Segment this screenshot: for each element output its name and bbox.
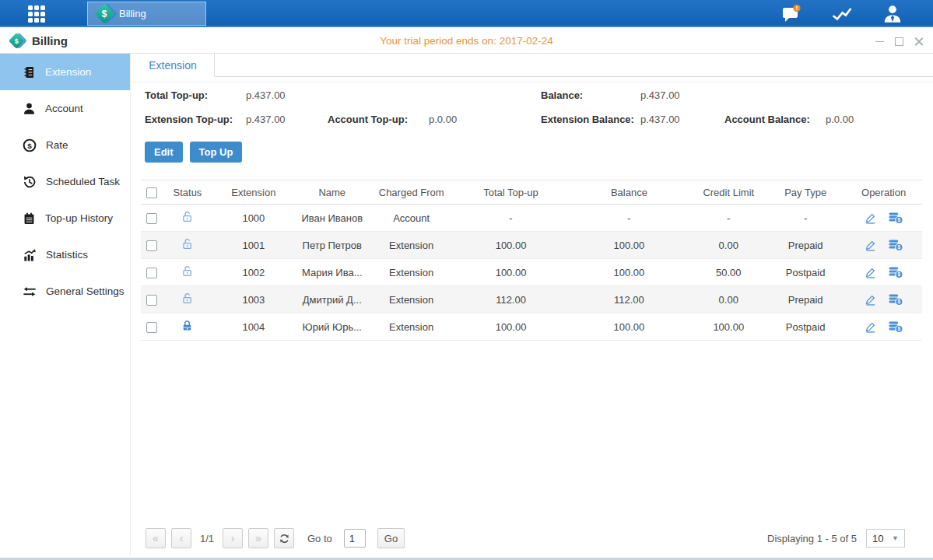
- total-topup-cell: -: [455, 212, 567, 224]
- svg-text:!: !: [796, 5, 798, 12]
- top-up-row-icon[interactable]: $: [888, 320, 903, 334]
- extension-cell: 1003: [211, 294, 296, 306]
- name-cell: Петр Петров: [296, 240, 368, 251]
- last-page-button[interactable]: »: [248, 528, 268, 548]
- billing-window-icon: $: [9, 33, 25, 49]
- page-size-select[interactable]: 10 ▼: [866, 529, 905, 548]
- page-indicator: 1/1: [197, 533, 217, 544]
- row-checkbox[interactable]: [146, 213, 157, 224]
- edit-row-icon[interactable]: [864, 293, 877, 306]
- sidebar-item-general-settings[interactable]: General Settings: [0, 273, 130, 310]
- top-up-row-icon[interactable]: $: [888, 265, 903, 279]
- billing-app-window: $ Billing ! $ Billing Your trial period …: [0, 0, 933, 560]
- select-all-checkbox[interactable]: [146, 187, 157, 198]
- table-row: 1002 Мария Ива... Extension 100.00 100.0…: [141, 259, 922, 286]
- row-checkbox[interactable]: [146, 240, 157, 251]
- sidebar-item-scheduled-task[interactable]: Scheduled Task: [0, 163, 130, 200]
- minimize-icon[interactable]: [875, 37, 885, 47]
- unlocked-icon: [181, 292, 194, 305]
- col-operation: Operation: [845, 187, 922, 198]
- taskbar-tab-label: Billing: [119, 8, 146, 19]
- extension-topup-label: Extension Top-up:: [145, 114, 233, 125]
- sidebar-item-account[interactable]: Account: [0, 90, 130, 127]
- sidebar-item-extension[interactable]: Extension: [0, 54, 130, 90]
- sidebar-item-topup-history[interactable]: Top-up History: [0, 200, 130, 236]
- top-up-row-icon[interactable]: $: [888, 292, 903, 306]
- operation-cell: $: [845, 292, 922, 306]
- person-icon: [23, 102, 36, 116]
- billing-dollar-icon: $: [94, 3, 115, 24]
- credit-limit-cell: 50.00: [691, 267, 766, 278]
- edit-row-icon[interactable]: [864, 212, 877, 225]
- status-cell: [164, 264, 211, 280]
- account-topup-label: Account Top-up:: [328, 114, 408, 125]
- credit-limit-cell: 0.00: [691, 240, 766, 251]
- row-checkbox[interactable]: [146, 268, 157, 278]
- taskbar-tray: !: [780, 0, 903, 27]
- top-up-button[interactable]: Top Up: [190, 142, 243, 163]
- refresh-button[interactable]: [274, 528, 294, 548]
- table-row: 1001 Петр Петров Extension 100.00 100.00…: [141, 232, 922, 259]
- monitor-chart-icon[interactable]: [831, 4, 853, 24]
- notifications-icon[interactable]: !: [780, 4, 802, 24]
- app-launcher-icon[interactable]: [28, 5, 54, 23]
- credit-limit-cell: 100.00: [691, 321, 766, 333]
- pay-type-cell: Prepaid: [766, 240, 845, 251]
- name-cell: Юрий Юрь...: [296, 321, 368, 333]
- charged-from-cell: Extension: [368, 294, 455, 306]
- edit-button[interactable]: Edit: [145, 142, 183, 163]
- svg-text:$: $: [898, 326, 901, 332]
- table-row: 1004 Юрий Юрь... Extension 100.00 100.00…: [141, 313, 922, 341]
- svg-text:$: $: [27, 141, 32, 149]
- col-balance: Balance: [566, 187, 691, 198]
- top-up-row-icon[interactable]: $: [888, 238, 903, 252]
- unlocked-icon: [181, 210, 194, 223]
- total-topup-value: p.437.00: [246, 89, 286, 101]
- extension-cell: 1004: [211, 321, 296, 333]
- credit-limit-cell: 0.00: [691, 294, 766, 306]
- maximize-icon[interactable]: [894, 37, 904, 47]
- tab-extension[interactable]: Extension: [132, 54, 215, 77]
- main-panel: Extension Total Top-up: p.437.00 Balance…: [132, 54, 933, 555]
- operation-cell: $: [845, 320, 922, 334]
- edit-row-icon[interactable]: [864, 266, 877, 279]
- window-controls: [875, 29, 924, 54]
- user-account-icon[interactable]: [882, 4, 903, 24]
- operation-cell: $: [845, 238, 922, 252]
- sidebar-item-rate[interactable]: $ Rate: [0, 127, 130, 163]
- edit-row-icon[interactable]: [864, 239, 877, 252]
- extension-cell: 1001: [211, 240, 296, 251]
- row-checkbox[interactable]: [146, 322, 157, 333]
- goto-page-input[interactable]: [344, 529, 366, 548]
- dollar-circle-icon: $: [23, 138, 37, 152]
- total-topup-cell: 100.00: [455, 321, 567, 333]
- row-checkbox[interactable]: [146, 295, 157, 306]
- name-cell: Мария Ива...: [296, 267, 368, 278]
- charged-from-cell: Extension: [368, 321, 455, 333]
- total-topup-label: Total Top-up:: [145, 89, 208, 101]
- top-up-row-icon[interactable]: $: [888, 211, 903, 225]
- extension-topup-value: p.437.00: [246, 114, 286, 125]
- first-page-button[interactable]: «: [146, 528, 166, 548]
- balance-label: Balance:: [541, 89, 583, 101]
- name-cell: Иван Иванов: [296, 212, 368, 224]
- taskbar-tab-billing[interactable]: $ Billing: [87, 2, 206, 26]
- operation-cell: $: [845, 265, 922, 279]
- svg-text:$: $: [898, 299, 901, 305]
- extension-balance-label: Extension Balance:: [541, 114, 634, 125]
- unlocked-icon: [181, 237, 194, 250]
- extension-cell: 1002: [211, 267, 296, 278]
- next-page-button[interactable]: ›: [223, 528, 243, 548]
- prev-page-button[interactable]: ‹: [171, 528, 191, 548]
- status-cell: [164, 210, 211, 226]
- go-button[interactable]: Go: [377, 528, 405, 548]
- balance-cell: 100.00: [566, 267, 691, 278]
- edit-row-icon[interactable]: [864, 320, 877, 334]
- sidebar-item-statistics[interactable]: Statistics: [0, 236, 130, 273]
- balance-summary: Total Top-up: p.437.00 Balance: p.437.00…: [132, 82, 933, 138]
- close-icon[interactable]: [914, 37, 924, 47]
- balance-cell: 100.00: [566, 321, 691, 333]
- operation-cell: $: [845, 211, 922, 225]
- pay-type-cell: -: [766, 212, 845, 224]
- ledger-icon: [23, 65, 36, 79]
